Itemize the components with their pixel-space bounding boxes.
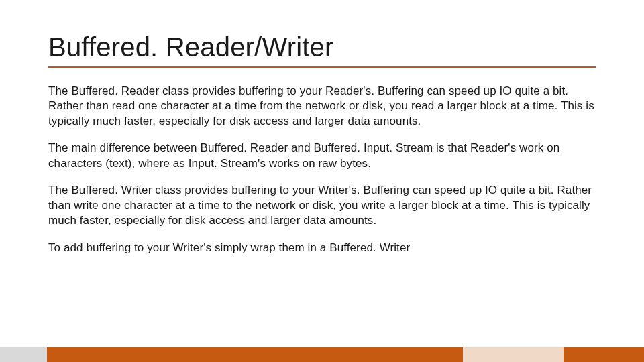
title-underline (48, 66, 596, 68)
footer-accent-bar (0, 347, 644, 362)
paragraph: To add buffering to your Writer's simply… (48, 241, 596, 255)
slide-title: Buffered. Reader/Writer (48, 32, 596, 62)
footer-segment (47, 347, 463, 362)
footer-segment (0, 347, 47, 362)
footer-segment (463, 347, 564, 362)
paragraph: The Buffered. Writer class provides buff… (48, 183, 596, 228)
paragraph: The main difference between Buffered. Re… (48, 141, 596, 171)
slide: Buffered. Reader/Writer The Buffered. Re… (0, 0, 644, 362)
footer-segment (564, 347, 644, 362)
slide-body: The Buffered. Reader class provides buff… (48, 84, 596, 255)
paragraph: The Buffered. Reader class provides buff… (48, 84, 596, 129)
